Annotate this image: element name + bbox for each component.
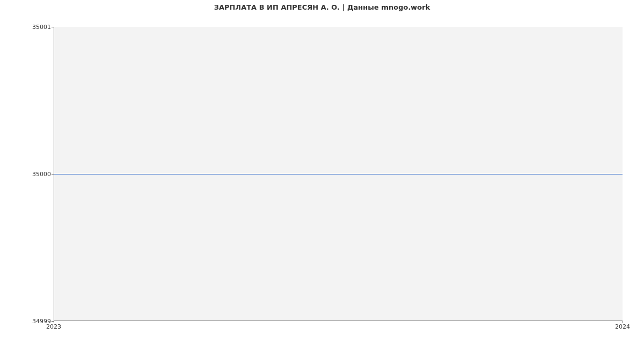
x-tick-label: 2024: [615, 323, 630, 330]
chart-title: ЗАРПЛАТА В ИП АПРЕСЯН А. О. | Данные mno…: [0, 3, 644, 11]
y-tick-label: 35001: [30, 24, 51, 31]
salary-line-chart: ЗАРПЛАТА В ИП АПРЕСЯН А. О. | Данные mno…: [0, 0, 644, 349]
x-tick-mark: [54, 321, 54, 323]
y-tick-mark: [52, 27, 54, 27]
x-tick-mark: [623, 321, 623, 323]
y-tick-label: 35000: [30, 171, 51, 178]
x-tick-label: 2023: [46, 323, 61, 330]
data-series-line: [54, 174, 623, 174]
